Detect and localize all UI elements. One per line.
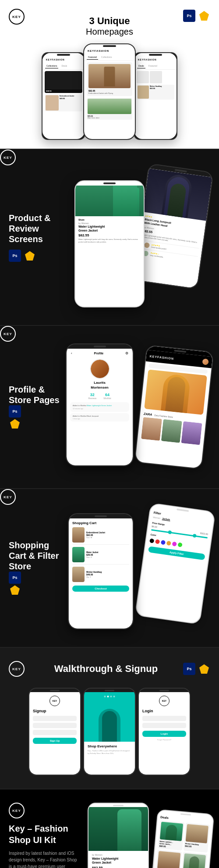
tab-featured[interactable]: Featured	[87, 55, 98, 60]
login-submit-button[interactable]: Login	[142, 731, 186, 737]
tab-deals[interactable]: Deals	[60, 64, 68, 68]
final-product-info: by Women Water LightweightGreen Jacket $…	[88, 851, 148, 868]
signup-screen: KEY Signup Sign Up	[29, 692, 80, 775]
color-blue[interactable]	[161, 540, 166, 545]
section2-badges: Ps	[9, 250, 66, 262]
phone-screen-1: KEYFASHION Collections Deals NEW IN	[42, 53, 85, 139]
color-pink[interactable]	[172, 542, 177, 547]
cart-item-1-info: Embroidered Jacket $92.95 Size: M	[86, 532, 105, 539]
reviews-count: 32	[88, 393, 96, 397]
phone-cart-front: Shopping Cart Embroidered Jacket $92.95 …	[68, 513, 134, 629]
sketch-badge-4	[9, 584, 21, 596]
key-logo-signup: KEY	[49, 696, 60, 706]
section3-heading: Profile & Store Pages	[9, 384, 66, 405]
sketch-badge-2	[24, 250, 36, 262]
cart-item-3: Wicker Handbag $49.95 Qty: 1	[72, 567, 129, 582]
settings-icon[interactable]: ⚙	[125, 351, 128, 355]
color-orange[interactable]	[166, 541, 171, 546]
ps-badge-4: Ps	[9, 572, 21, 584]
key-logo-login: KEY	[159, 696, 170, 706]
deals-screen: Deals Water Lightwe...Green Jacke... $82…	[150, 814, 213, 868]
stat-wishlist: 64 Wishlist	[103, 393, 111, 400]
phone-store-back: KEYFASHION ZARA Zara Fashion Store	[134, 345, 214, 470]
brand-zara: ZARA	[144, 412, 152, 416]
sketch-diamond-icon-4	[10, 585, 20, 595]
cart-title-text: Shopping Cart	[72, 521, 129, 525]
username-field[interactable]	[33, 716, 77, 721]
key-logo-5: KEY	[9, 661, 25, 677]
deal-item-2: Wicker Handbag $92.55	[183, 823, 210, 853]
product-detail-screen-final: by Women Water LightweightGreen Jacket $…	[88, 807, 148, 868]
section1-title-area: 3 Unique Homepages	[9, 13, 210, 43]
sketch-badge	[198, 10, 210, 22]
phones-row: KEYFASHION Collections Deals NEW IN	[9, 43, 210, 140]
app-content-3: Wicker Handbag $92.95	[134, 70, 177, 101]
color-black[interactable]	[149, 539, 154, 543]
price-min: $8.00	[152, 525, 157, 529]
key-logo-2: KEY	[0, 150, 16, 165]
store-avatar	[202, 359, 208, 365]
product-review-info: Share by Women Water LightweightGreen Ja…	[75, 216, 144, 245]
login-username-field[interactable]	[142, 716, 186, 721]
app-logo-2: KEYFASHION	[88, 50, 109, 52]
color-red[interactable]	[155, 539, 160, 544]
section6-phones: Deals Water Lightwe...Green Jacke... $82…	[88, 803, 210, 868]
forgot-password-link[interactable]: Forgot Password?	[142, 739, 186, 741]
section5-heading: Walkthrough & Signup	[29, 663, 183, 675]
email-field[interactable]	[33, 723, 77, 728]
product-detail-info: ★★★★ Black Long JumpsuitWith Leather Hoo…	[136, 212, 206, 267]
shop-everywhere-title: Shop Everywhere	[88, 744, 131, 748]
deal-item-1: Water Lightwe...Green Jacke... $82.55	[158, 821, 184, 851]
final-product-name: Water LightweightGreen Jacket	[92, 857, 145, 864]
app-header-1: KEYFASHION	[42, 57, 85, 63]
deal-item-3: Embroid Jacket $29.95	[155, 850, 182, 868]
app-tabs-3: Deals Featured	[134, 63, 177, 70]
stat-reviews: 32 Reviews	[88, 393, 96, 400]
section3-left: Profile & Store Pages Ps	[9, 384, 66, 430]
section3-phones: KEYFASHION ZARA Zara Fashion Store	[66, 343, 210, 471]
cart-item-1: Embroidered Jacket $92.95 Size: M	[72, 527, 129, 545]
phone-final-front: by Women Water LightweightGreen Jacket $…	[88, 803, 149, 868]
signup-submit-button[interactable]: Sign Up	[33, 738, 77, 744]
section-key-kit: KEY Key – FashionShop UI Kit Inspired by…	[0, 789, 219, 868]
ps-badge-5: Ps	[183, 663, 195, 675]
ps-badge-2: Ps	[9, 250, 21, 262]
cart-item-2-info: Water Jacket $35.55 Size: S	[86, 551, 99, 558]
sketch-diamond-icon-3	[10, 419, 20, 429]
checkout-button[interactable]: Checkout	[72, 586, 129, 592]
section1-heading: 3 Unique	[9, 15, 210, 27]
shop-everywhere-desc: Key - Fashion UIKit is part of KeyFashio…	[88, 750, 131, 754]
ps-badge: Ps	[183, 10, 195, 22]
badge-row: Ps	[183, 10, 210, 22]
section6-description: Inspired by latest fashion and iOS desig…	[9, 850, 79, 868]
login-password-field[interactable]	[142, 723, 186, 728]
tab-deals2[interactable]: Deals	[137, 64, 145, 68]
section2-phones: ★★★★ Black Long JumpsuitWith Leather Hoo…	[66, 167, 210, 307]
tab-featured2[interactable]: Featured	[147, 64, 159, 68]
section4-heading: Shopping Cart & Filter Store	[9, 540, 66, 572]
store-logo: KEYFASHION	[150, 354, 174, 360]
sketch-badge-5	[198, 663, 210, 675]
profile-title-text: Profile	[94, 352, 103, 355]
profile-avatar	[90, 359, 110, 379]
cart-item-2-img	[72, 547, 85, 562]
tab-collections2[interactable]: Collections	[100, 55, 113, 60]
password-field[interactable]	[33, 730, 77, 735]
final-product-price: $82.55	[92, 866, 145, 868]
phone-final-back: Deals Water Lightwe...Green Jacke... $82…	[149, 809, 215, 868]
section4-badges: Ps	[9, 572, 66, 596]
app-logo-3: KEYFASHION	[138, 58, 157, 61]
activity-card: Added to Wishlist Water Lightweight Gree…	[70, 402, 129, 412]
section-cart-filter: KEY Shopping Cart & Filter Store Ps Filt…	[0, 489, 219, 647]
teal-screen: Shop Everywhere Key - Fashion UIKit is p…	[84, 692, 135, 775]
reviews-label: Reviews	[88, 397, 96, 400]
section1-subheading: Homepages	[9, 27, 210, 37]
back-arrow-icon[interactable]: ‹	[71, 351, 72, 355]
phone-mockup-2: KEYFASHION Featured Collections $92.95 E…	[83, 43, 136, 140]
color-green[interactable]	[177, 543, 182, 547]
filter-content: Filter Women Jackets Price Range $8.00 $…	[144, 508, 214, 563]
section-profile-store: KEY Profile & Store Pages Ps KEYFASHION	[0, 326, 219, 488]
phone-filter: Filter Women Jackets Price Range $8.00 $…	[135, 503, 216, 625]
tab-collections[interactable]: Collections	[45, 64, 58, 68]
price-max: $322.00	[200, 532, 208, 536]
